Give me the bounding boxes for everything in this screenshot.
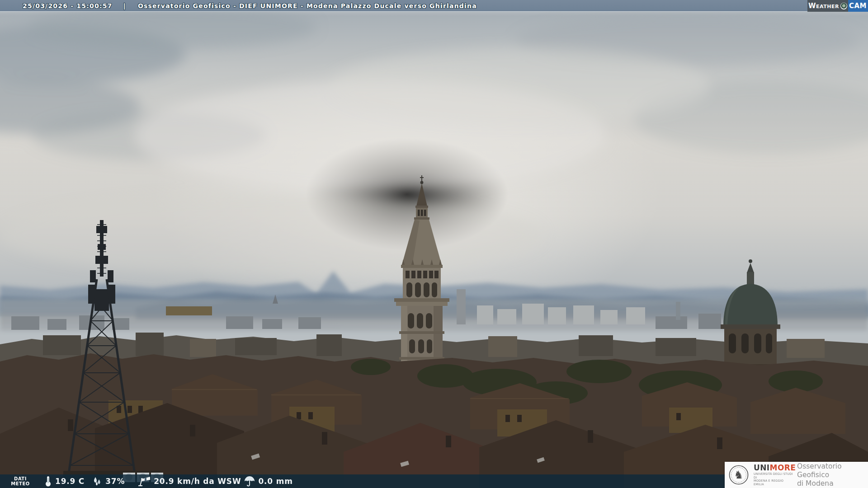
separator: | (123, 2, 126, 9)
meteo-label-line1: DATI (10, 476, 31, 481)
observatory-name-line2: di Modena (797, 479, 868, 488)
temperature-reading: 19.9 C (43, 475, 85, 487)
wind-value: 20.9 km/h da WSW (154, 477, 241, 486)
humidity-reading: 37% (92, 476, 125, 487)
observatory-name-line1: Osservatorio Geofisico (797, 462, 868, 479)
unimore-uni: UNI (754, 463, 770, 472)
camera-lens-icon (840, 3, 847, 9)
top-info-bar: 25/03/2026 - 15:00:57 | Osservatorio Geo… (0, 0, 868, 12)
seal-knight-glyph: ♞ (734, 469, 744, 481)
datetime-label: 25/03/2026 - 15:00:57 (23, 2, 113, 9)
webcam-title: Osservatorio Geofisico - DIEF UNIMORE - … (138, 2, 477, 9)
precipitation-value: 0.0 mm (258, 477, 292, 486)
umbrella-icon (244, 475, 255, 487)
observatory-name: Osservatorio Geofisico di Modena (797, 462, 868, 488)
weathercam-cam-label: CAM (848, 0, 868, 12)
meteo-label-line2: METEO (10, 481, 31, 486)
unimore-more: MORE (770, 463, 796, 472)
wind-reading: 20.9 km/h da WSW (137, 475, 241, 487)
weathercam-weather-label: Weather (808, 0, 839, 12)
unimore-wordmark: UNIMORE UNIVERSITÀ DEGLI STUDI DI MODENA… (754, 464, 793, 486)
temperature-value: 19.9 C (55, 477, 85, 486)
humidity-value: 37% (105, 477, 125, 486)
unimore-subtitle-line1: UNIVERSITÀ DEGLI STUDI DI (754, 473, 793, 479)
unimore-subtitle-line2: MODENA E REGGIO EMILIA (754, 479, 793, 486)
windsock-icon (137, 475, 151, 487)
unimore-seal-icon: ♞ (729, 465, 749, 485)
unimore-logo-card: ♞ UNIMORE UNIVERSITÀ DEGLI STUDI DI MODE… (725, 462, 868, 488)
webcam-frame: 25/03/2026 - 15:00:57 | Osservatorio Geo… (0, 0, 868, 488)
weathercam-logo: Weather CAM (807, 0, 868, 12)
city-panorama-photo (0, 0, 868, 488)
precipitation-reading: 0.0 mm (244, 475, 292, 487)
meteo-label: DATI METEO (10, 476, 31, 486)
thermometer-icon (43, 475, 52, 487)
humidity-drops-icon (92, 476, 103, 487)
